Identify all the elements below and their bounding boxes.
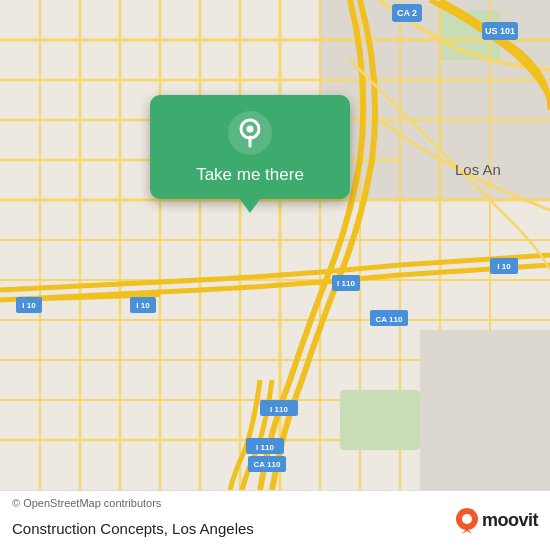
popup-card[interactable]: Take me there bbox=[150, 95, 350, 199]
svg-text:CA 110: CA 110 bbox=[376, 315, 403, 324]
svg-text:CA 110: CA 110 bbox=[254, 460, 281, 469]
location-text: Construction Concepts, Los Angeles bbox=[12, 520, 254, 537]
location-pin-icon bbox=[228, 111, 272, 155]
svg-text:US 101: US 101 bbox=[485, 26, 515, 36]
svg-text:I 10: I 10 bbox=[497, 262, 511, 271]
moovit-logo: moovit bbox=[456, 508, 538, 534]
map-area: CA 2 US 101 I 110 CA 110 I 110 I 10 I 10… bbox=[0, 0, 550, 490]
svg-rect-49 bbox=[420, 330, 550, 490]
svg-text:CA 2: CA 2 bbox=[397, 8, 417, 18]
svg-rect-48 bbox=[340, 390, 420, 450]
svg-text:I 110: I 110 bbox=[270, 405, 288, 414]
moovit-text: moovit bbox=[482, 510, 538, 531]
bottom-bar: © OpenStreetMap contributors Constructio… bbox=[0, 490, 550, 550]
svg-text:Los An: Los An bbox=[455, 161, 501, 178]
copyright-text: © OpenStreetMap contributors bbox=[12, 497, 161, 509]
svg-text:I 110: I 110 bbox=[337, 279, 355, 288]
svg-point-55 bbox=[462, 514, 472, 524]
svg-point-50 bbox=[228, 111, 272, 155]
take-me-there-label: Take me there bbox=[196, 165, 304, 185]
svg-point-52 bbox=[247, 126, 254, 133]
svg-text:I 110: I 110 bbox=[256, 443, 274, 452]
svg-text:I 10: I 10 bbox=[136, 301, 150, 310]
svg-text:I 10: I 10 bbox=[22, 301, 36, 310]
moovit-pin-icon bbox=[456, 508, 478, 534]
